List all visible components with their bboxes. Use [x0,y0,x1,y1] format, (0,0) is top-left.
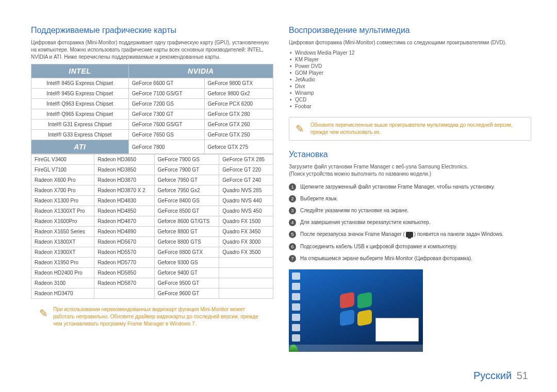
table-cell: Quadro NVS 285 [219,185,273,196]
install-steps: Щелкните загруженный файл установки Fram… [289,181,531,264]
table-row: Intel® Q963 Express ChipsetGeForce 7200 … [31,99,273,109]
players-list: Windows Media Player 12KM PlayerPower DV… [289,49,531,110]
table-cell: Intel® G33 Express Chipset [31,130,129,140]
footer-page-number: 51 [517,370,528,381]
table-cell: Radeon HD5850 [94,268,154,278]
pencil-icon: ✎ [39,307,48,319]
table-cell: Geforce GTX 275 [204,140,273,154]
table-cell: GeForce 7100 GS/GT [128,89,204,99]
table-cell: FireGL V3400 [31,155,94,165]
table-cell: Radeon HD3850 [94,165,154,175]
table-row: FireGL V3400Radeon HD3650GeForce 7900 GS… [31,155,273,165]
table-cell: Radeon X1300XT Pro [31,206,94,216]
table-cell: Quadro NVS 450 [219,206,273,216]
desktop-screenshot [289,269,423,352]
step-item: Выберите язык. [289,193,531,204]
brand-header-nvidia: NVIDIA [128,64,273,78]
gpu-table-2: FireGL V3400Radeon HD3650GeForce 7900 GS… [31,154,273,299]
table-cell: Radeon HD3650 [94,155,154,165]
step-item: Следуйте указаниям по установке на экран… [289,204,531,216]
list-item: KM Player [289,56,531,63]
table-cell: Intel® Q963 Express Chipset [31,99,129,109]
table-cell: Intel® 845G Express Chipset [31,78,129,89]
table-cell: Radeon HD4850 [94,206,154,216]
table-cell: Intel® Q965 Express Chipset [31,109,129,120]
table-cell [219,258,273,268]
windows-logo-icon [338,291,374,327]
table-row: Intel® G31 Express ChipsetGeForce 7600 G… [31,120,273,130]
table-cell: GeForce 9500 GT [154,278,219,288]
table-cell: GeForce 8400 GS [154,196,219,206]
table-cell: Geforce 8600 GT/GTS [154,216,219,227]
step-item: На открывшемся экране выберите Mini-Moni… [289,252,531,264]
media-intro: Цифровая фоторамка (Mini-Monitor) совмес… [289,39,531,46]
note-text: При использовании нерекомендованных виде… [53,306,265,328]
list-item: Foobar [289,103,531,110]
table-cell: Geforce 7950 GT [154,175,219,185]
table-cell: Radeon HD5670 [94,237,154,247]
table-row: Radeon X1900XTRadeon HD5570GeForce 8800 … [31,247,273,258]
table-cell: Radeon HD3470 [31,288,94,299]
table-cell: Radeon HD4830 [94,196,154,206]
table-cell: GeForce GTX 285 [219,155,273,165]
table-cell: Radeon HD5570 [94,247,154,258]
table-cell: Radeon X600 Pro [31,175,94,185]
table-cell: GeForce 8800 GTX [154,247,219,258]
monitor-icon [406,232,413,237]
table-cell: Radeon X1600Pro [31,216,94,227]
left-column: Поддерживаемые графические карты Цифрова… [31,26,273,352]
table-cell: Radeon HD3870 X 2 [94,185,154,196]
table-cell: GeForce 7650 GS [128,130,204,140]
step-item: После перезапуска значок Frame Manager (… [289,228,531,241]
table-cell: Geforce 8800 GT [154,227,219,237]
table-cell: GeForce 7900 GT [154,165,219,175]
table-cell: GeForce 6600 GT [128,78,204,89]
note-box: ✎ При использовании нерекомендованных ви… [31,306,273,328]
table-cell: Geforce 9300 GS [154,258,219,268]
list-item: JetAudio [289,76,531,83]
table-cell: Radeon HD3870 [94,175,154,185]
table-cell: Radeon 3100 [31,278,94,288]
table-row: Intel® 845G Express ChipsetGeForce 6600 … [31,78,273,89]
media-note-text: Обновите перечисленные выше проигрывател… [310,122,525,136]
list-item: QCD [289,96,531,103]
list-item: Power DVD [289,63,531,70]
table-row: Radeon X1800XTRadeon HD5670Geforce 8800 … [31,237,273,247]
table-cell: Radeon HD4870 [94,216,154,227]
gpu-table: INTEL NVIDIA Intel® 845G Express Chipset… [31,64,273,154]
list-item: GOM Player [289,70,531,76]
right-column: Воспроизведение мультимедиа Цифровая фот… [289,26,531,352]
footer-language: Русский [473,370,512,381]
table-cell: Radeon X1900XT [31,247,94,258]
table-row: Radeon HD2400 ProRadeon HD5850Geforce 94… [31,268,273,278]
table-cell: Quadro NVS 440 [219,196,273,206]
table-cell: Radeon HD4890 [94,227,154,237]
table-row: Radeon X600 ProRadeon HD3870Geforce 7950… [31,175,273,185]
table-cell: FireGL V7100 [31,165,94,175]
table-cell: GeForce GTX 260 [204,120,273,130]
table-cell [219,288,273,299]
step-item: Щелкните загруженный файл установки Fram… [289,181,531,193]
table-cell: Radeon HD2400 Pro [31,268,94,278]
table-cell: Intel® 945G Express Chipset [31,89,129,99]
table-row: Radeon X700 ProRadeon HD3870 X 2Geforce … [31,185,273,196]
table-cell: Radeon HD5870 [94,278,154,288]
table-row: Radeon X1300 ProRadeon HD4830GeForce 840… [31,196,273,206]
table-cell: GeForce 7300 GT [128,109,204,120]
table-cell: Geforce 8800 GTS [154,237,219,247]
brand-header-ati: ATI [31,140,129,154]
table-cell: GeForce 9600 GT [154,288,219,299]
table-cell: GeForce 7800 [128,140,204,154]
list-item: Divx [289,83,531,90]
table-cell: Radeon X1950 Pro [31,258,94,268]
table-row: Intel® Q965 Express ChipsetGeForce 7300 … [31,109,273,120]
table-cell: Intel® G31 Express Chipset [31,120,129,130]
table-cell: Quadro FX 3500 [219,247,273,258]
heading-media: Воспроизведение мультимедиа [289,26,531,35]
table-cell [94,288,154,299]
table-cell: Radeon X1300 Pro [31,196,94,206]
table-row: Radeon X1650 SeriesRadeon HD4890Geforce … [31,227,273,237]
table-cell: GeForce 8500 GT [154,206,219,216]
table-cell [219,278,273,288]
table-row: FireGL V7100Radeon HD3850GeForce 7900 GT… [31,165,273,175]
